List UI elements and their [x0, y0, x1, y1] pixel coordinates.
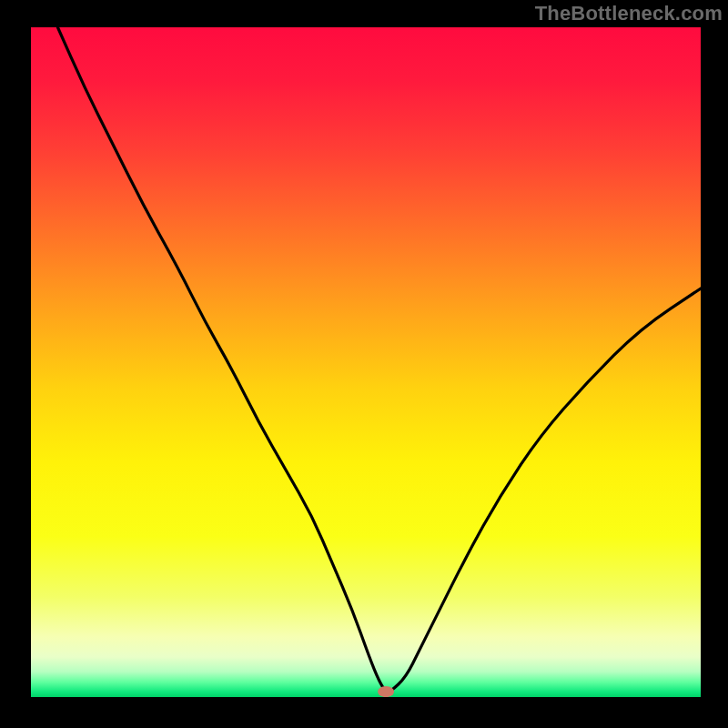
bottleneck-chart [0, 0, 728, 728]
attribution-text: TheBottleneck.com [535, 2, 723, 25]
chart-frame: TheBottleneck.com [0, 0, 728, 728]
bottleneck-marker [378, 686, 394, 697]
gradient-background [31, 27, 701, 697]
